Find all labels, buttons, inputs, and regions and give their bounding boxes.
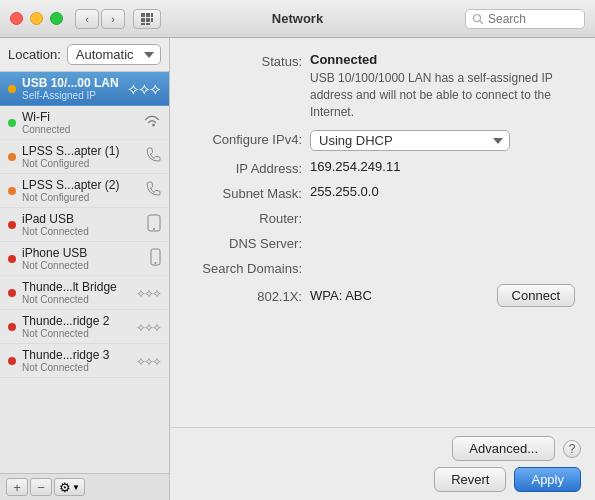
forward-button[interactable]: › xyxy=(101,9,125,29)
back-button[interactable]: ‹ xyxy=(75,9,99,29)
iphone-icon xyxy=(150,248,161,270)
right-panel: Status: Connected USB 10/100/1000 LAN ha… xyxy=(170,38,595,500)
status-dot xyxy=(8,357,16,365)
net-info: Thunde...ridge 2 Not Connected xyxy=(22,314,131,339)
router-row: Router: xyxy=(190,209,575,226)
net-info: Wi-Fi Connected xyxy=(22,110,137,135)
main-content: Location: Automatic iPhone USB USB 10/..… xyxy=(0,38,595,500)
list-item[interactable]: Thunde...ridge 2 Not Connected ⟡⟡⟡ xyxy=(0,310,169,344)
sidebar: Location: Automatic iPhone USB USB 10/..… xyxy=(0,38,170,500)
eightoz-row: 802.1X: WPA: ABC Connect xyxy=(190,284,575,307)
search-domains-label: Search Domains: xyxy=(190,259,310,276)
bottom-actions: Advanced... ? Revert Apply xyxy=(170,427,595,500)
status-dot xyxy=(8,323,16,331)
gear-button[interactable]: ⚙ ▼ xyxy=(54,478,85,496)
status-row: Status: Connected USB 10/100/1000 LAN ha… xyxy=(190,52,575,120)
list-item[interactable]: Wi-Fi Connected xyxy=(0,106,169,140)
list-item[interactable]: iPhone USB Not Connected xyxy=(0,242,169,276)
list-item[interactable]: iPad USB Not Connected xyxy=(0,208,169,242)
add-button[interactable]: + xyxy=(6,478,28,496)
bottom-row-1: Advanced... ? xyxy=(184,436,581,461)
status-value-container: Connected USB 10/100/1000 LAN has a self… xyxy=(310,52,575,120)
eightoz-value: WPA: ABC xyxy=(310,288,481,303)
svg-rect-6 xyxy=(141,23,145,25)
traffic-lights xyxy=(10,12,63,25)
net-status: Not Connected xyxy=(22,362,131,373)
net-name: Thunde...ridge 3 xyxy=(22,348,131,362)
net-status: Not Connected xyxy=(22,260,144,271)
eightoz-label: 802.1X: xyxy=(190,287,310,304)
minimize-button[interactable] xyxy=(30,12,43,25)
dns-label: DNS Server: xyxy=(190,234,310,251)
subnet-row: Subnet Mask: 255.255.0.0 xyxy=(190,184,575,201)
remove-button[interactable]: − xyxy=(30,478,52,496)
svg-line-9 xyxy=(480,20,484,24)
bottom-row-2: Revert Apply xyxy=(184,467,581,492)
net-name: USB 10/...00 LAN xyxy=(22,76,122,90)
net-name: iPad USB xyxy=(22,212,141,226)
configure-row: Configure IPv4: Using DHCP xyxy=(190,130,575,151)
phone-icon xyxy=(145,181,161,201)
svg-rect-0 xyxy=(141,13,145,17)
net-info: LPSS S...apter (1) Not Configured xyxy=(22,144,139,169)
router-label: Router: xyxy=(190,209,310,226)
location-select[interactable]: Automatic xyxy=(67,44,161,65)
search-input[interactable] xyxy=(488,12,578,26)
subnet-value: 255.255.0.0 xyxy=(310,184,575,199)
detail-area: Status: Connected USB 10/100/1000 LAN ha… xyxy=(170,38,595,427)
connect-button[interactable]: Connect xyxy=(497,284,575,307)
list-item[interactable]: LPSS S...apter (1) Not Configured xyxy=(0,140,169,174)
search-box[interactable] xyxy=(465,9,585,29)
window-title: Network xyxy=(272,11,323,26)
net-info: USB 10/...00 LAN Self-Assigned IP xyxy=(22,76,122,101)
net-status: Connected xyxy=(22,124,137,135)
net-name: LPSS S...apter (2) xyxy=(22,178,139,192)
help-button[interactable]: ? xyxy=(563,440,581,458)
thunderbolt-icon: ⟡⟡⟡ xyxy=(137,286,161,300)
location-label: Location: xyxy=(8,47,61,62)
configure-select[interactable]: Using DHCP xyxy=(310,130,510,151)
wifi-icon xyxy=(143,114,161,132)
nav-buttons: ‹ › xyxy=(75,9,125,29)
net-name: Wi-Fi xyxy=(22,110,137,124)
net-name: LPSS S...apter (1) xyxy=(22,144,139,158)
net-name: Thunde...lt Bridge xyxy=(22,280,131,294)
status-value: Connected xyxy=(310,52,377,67)
phone-icon xyxy=(145,147,161,167)
status-dot xyxy=(8,187,16,195)
status-dot xyxy=(8,85,16,93)
net-status: Not Connected xyxy=(22,328,131,339)
net-status: Not Connected xyxy=(22,294,131,305)
search-domains-row: Search Domains: xyxy=(190,259,575,276)
ip-value: 169.254.249.11 xyxy=(310,159,575,174)
status-dot xyxy=(8,221,16,229)
net-status: Not Connected xyxy=(22,226,141,237)
net-info: Thunde...ridge 3 Not Connected xyxy=(22,348,131,373)
list-item[interactable]: Thunde...ridge 3 Not Connected ⟡⟡⟡ xyxy=(0,344,169,378)
svg-rect-1 xyxy=(146,13,150,17)
revert-button[interactable]: Revert xyxy=(434,467,506,492)
thunder-icon: ⟡⟡⟡ xyxy=(128,80,161,98)
net-name: iPhone USB xyxy=(22,246,144,260)
close-button[interactable] xyxy=(10,12,23,25)
apply-button[interactable]: Apply xyxy=(514,467,581,492)
status-dot xyxy=(8,255,16,263)
grid-button[interactable] xyxy=(133,9,161,29)
list-item[interactable]: Thunde...lt Bridge Not Connected ⟡⟡⟡ xyxy=(0,276,169,310)
status-dot xyxy=(8,289,16,297)
list-item[interactable]: iPhone USB USB 10/...00 LAN Self-Assigne… xyxy=(0,72,169,106)
list-item[interactable]: LPSS S...apter (2) Not Configured xyxy=(0,174,169,208)
svg-rect-7 xyxy=(146,23,150,25)
net-info: iPad USB Not Connected xyxy=(22,212,141,237)
advanced-button[interactable]: Advanced... xyxy=(452,436,555,461)
svg-point-13 xyxy=(155,262,157,264)
ip-row: IP Address: 169.254.249.11 xyxy=(190,159,575,176)
sidebar-toolbar: + − ⚙ ▼ xyxy=(0,473,169,500)
net-status: Not Configured xyxy=(22,158,139,169)
gear-icon: ⚙ xyxy=(59,480,71,495)
maximize-button[interactable] xyxy=(50,12,63,25)
ip-label: IP Address: xyxy=(190,159,310,176)
svg-rect-2 xyxy=(151,13,153,17)
net-name: Thunde...ridge 2 xyxy=(22,314,131,328)
ipad-icon xyxy=(147,214,161,236)
